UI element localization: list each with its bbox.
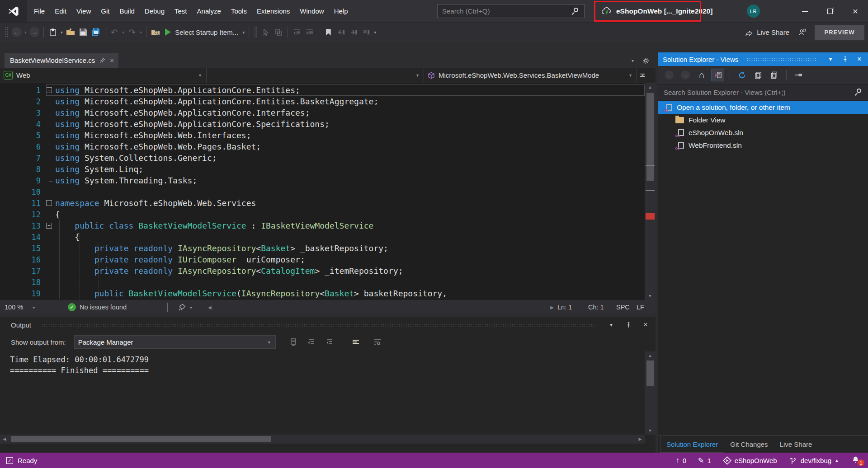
solution-explorer-menu-caret[interactable]: ▾	[826, 54, 835, 65]
increase-indent-icon[interactable]	[304, 25, 316, 39]
git-branch-indicator[interactable]: dev/fixbug ▲	[789, 456, 839, 465]
find-message-icon[interactable]	[287, 336, 300, 348]
minimize-button[interactable]	[792, 0, 817, 22]
user-avatar[interactable]: LR	[747, 5, 760, 18]
tool-tab-git-changes[interactable]: Git Changes	[724, 436, 774, 453]
code-line-1[interactable]: 1−using Microsoft.eShopWeb.ApplicationCo…	[0, 84, 645, 96]
editor-horizontal-scrollbar[interactable]	[215, 300, 547, 314]
pin-tab-icon[interactable]	[99, 57, 105, 63]
hscroll-left-arrow[interactable]: ◀	[204, 305, 215, 310]
navigate-forward-icon[interactable]: →	[28, 25, 40, 39]
scroll-down-arrow[interactable]: ▼	[645, 292, 656, 300]
goto-previous-message-icon[interactable]	[305, 336, 318, 348]
project-dropdown[interactable]: C# Web ▾	[0, 68, 207, 83]
open-folder-icon[interactable]	[65, 25, 76, 39]
tree-item-eshoponweb-sln[interactable]: ∞eShopOnWeb.sln	[658, 126, 868, 139]
document-tab[interactable]: BasketViewModelService.cs ×	[5, 53, 118, 68]
output-scroll-thumb[interactable]	[646, 360, 654, 386]
fold-collapse-box[interactable]: −	[43, 197, 55, 209]
new-project-icon[interactable]	[47, 25, 59, 39]
se-back-icon[interactable]: ←	[663, 69, 675, 81]
code-line-6[interactable]: 6using Microsoft.eShopWeb.Web.Pages.Bask…	[0, 141, 645, 152]
clear-bookmarks-icon[interactable]	[360, 25, 372, 39]
code-line-14[interactable]: 14 {	[0, 231, 645, 243]
code-editor[interactable]: 1−using Microsoft.eShopWeb.ApplicationCo…	[0, 83, 656, 300]
undo-dropdown[interactable]: ▾	[121, 30, 126, 35]
member-dropdown[interactable]: Microsoft.eShopWeb.Web.Services.BasketVi…	[424, 68, 637, 83]
tree-item-folder-view[interactable]: Folder View	[658, 114, 868, 126]
type-dropdown[interactable]: ▾	[207, 68, 424, 83]
switch-views-icon[interactable]	[712, 69, 724, 81]
find-in-files-icon[interactable]	[150, 25, 161, 39]
hscroll-right-arrow[interactable]: ▶	[547, 305, 557, 310]
redo-icon[interactable]: ↷	[126, 25, 138, 39]
toolbar-grip-2[interactable]	[254, 27, 257, 37]
close-tab-icon[interactable]: ×	[110, 56, 114, 64]
menu-git[interactable]: Git	[96, 0, 114, 22]
send-feedback-icon[interactable]	[796, 26, 808, 39]
output-hscroll-right-arrow[interactable]: ▶	[636, 435, 645, 444]
code-line-11[interactable]: 11−namespace Microsoft.eShopWeb.Web.Serv…	[0, 197, 645, 209]
tool-tab-solution-explorer[interactable]: Solution Explorer	[660, 436, 724, 453]
menu-window[interactable]: Window	[295, 0, 329, 22]
output-content[interactable]: Time Elapsed: 00:00:01.6472799==========…	[0, 351, 656, 435]
decrease-indent-icon[interactable]	[291, 25, 303, 39]
menu-analyze[interactable]: Analyze	[192, 0, 226, 22]
line-ending-indicator[interactable]: LF	[637, 304, 656, 311]
menu-file[interactable]: File	[29, 0, 50, 22]
solution-explorer-search-box[interactable]: Search Solution Explorer - Views (Ctrl+;…	[658, 84, 868, 100]
tree-item-webfrontend-sln[interactable]: ∞WebFrontend.sln	[658, 139, 868, 152]
code-line-16[interactable]: 16 private readonly IUriComposer _uriCom…	[0, 254, 645, 265]
output-scroll-down-arrow[interactable]: ▼	[645, 426, 656, 435]
redo-dropdown[interactable]: ▾	[138, 30, 143, 35]
menu-extensions[interactable]: Extensions	[252, 0, 295, 22]
background-tasks-icon[interactable]: ✓	[6, 457, 13, 464]
preview-button[interactable]: PREVIEW	[815, 25, 864, 40]
menu-edit[interactable]: Edit	[50, 0, 71, 22]
live-share-button[interactable]: Live Share	[745, 28, 789, 37]
start-debug-icon[interactable]	[162, 25, 175, 39]
code-line-9[interactable]: 9using System.Threading.Tasks;	[0, 175, 645, 186]
code-line-19[interactable]: 19 public BasketViewModelService(IAsyncR…	[0, 288, 645, 299]
code-line-5[interactable]: 5using Microsoft.eShopWeb.Web.Interfaces…	[0, 130, 645, 141]
output-title-bar[interactable]: Output ▾ ×	[0, 317, 656, 332]
code-line-3[interactable]: 3using Microsoft.eShopWeb.ApplicationCor…	[0, 107, 645, 118]
undo-icon[interactable]: ↶	[108, 25, 120, 39]
collapse-all-icon[interactable]	[752, 69, 764, 81]
word-wrap-icon[interactable]	[371, 336, 384, 348]
previous-bookmark-icon[interactable]	[335, 25, 347, 39]
solution-explorer-close-icon[interactable]: ×	[854, 54, 864, 65]
navigate-back-icon[interactable]: ←	[11, 25, 23, 39]
output-scroll-up-arrow[interactable]: ▲	[645, 351, 656, 360]
live-share-session-button[interactable]: eShopOnWeb [..._Ignite2020]	[598, 3, 698, 20]
select-startup-item-dropdown[interactable]: ▾	[241, 30, 246, 35]
copy-parent-icon[interactable]	[273, 25, 284, 39]
restore-button[interactable]	[817, 0, 843, 22]
toggle-bookmark-icon[interactable]	[322, 25, 334, 39]
code-line-15[interactable]: 15 private readonly IAsyncRepository<Bas…	[0, 243, 645, 254]
editor-vertical-scrollbar[interactable]: ▲ ▼	[645, 83, 656, 300]
output-close-icon[interactable]: ×	[640, 319, 651, 330]
refresh-icon[interactable]	[736, 69, 748, 81]
menu-build[interactable]: Build	[114, 0, 139, 22]
editor-scroll-thumb[interactable]	[646, 93, 654, 181]
menu-help[interactable]: Help	[329, 0, 353, 22]
home-icon[interactable]: ⌂	[695, 69, 708, 81]
select-startup-item-label[interactable]: Select Startup Item...	[175, 28, 241, 36]
pending-edits-indicator[interactable]: ✎ 1	[698, 456, 711, 465]
code-line-18[interactable]: 18	[0, 276, 645, 288]
output-vertical-scrollbar[interactable]: ▲ ▼	[645, 351, 656, 435]
code-line-2[interactable]: 2using Microsoft.eShopWeb.ApplicationCor…	[0, 96, 645, 107]
clear-all-icon[interactable]	[349, 336, 363, 348]
new-project-dropdown[interactable]: ▾	[59, 30, 64, 35]
code-line-8[interactable]: 8using System.Linq;	[0, 164, 645, 175]
se-forward-icon[interactable]: →	[679, 69, 692, 81]
output-source-dropdown[interactable]: Package Manager ▾	[74, 335, 276, 349]
menu-test[interactable]: Test	[170, 0, 192, 22]
split-editor-icon[interactable]	[637, 68, 648, 83]
save-icon[interactable]	[77, 25, 89, 39]
output-horizontal-scrollbar[interactable]: ◀ ▶	[0, 435, 645, 444]
tool-tab-live-share[interactable]: Live Share	[774, 436, 818, 453]
quick-search-box[interactable]: Search (Ctrl+Q)	[437, 4, 585, 18]
fold-collapse-box[interactable]: −	[43, 220, 55, 231]
